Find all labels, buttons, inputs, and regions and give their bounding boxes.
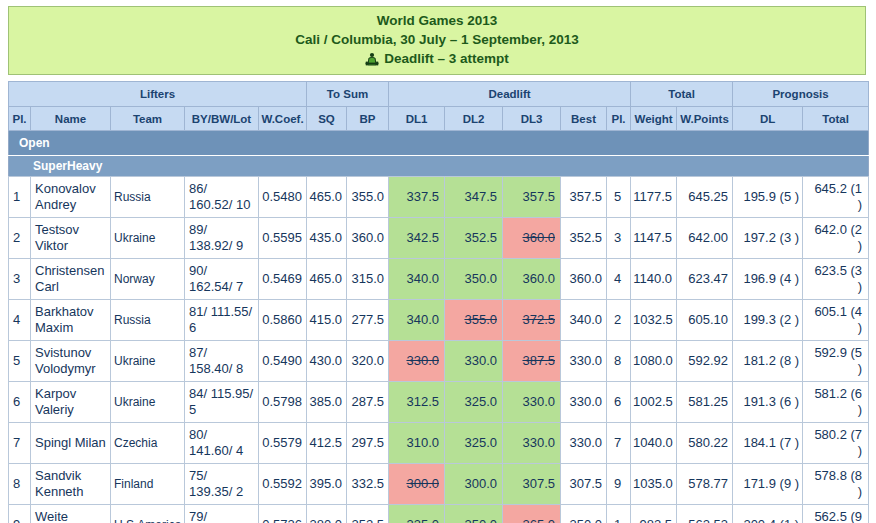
cell-dl1-fail: 330.0	[389, 341, 445, 382]
cell-dl3-fail: 360.0	[503, 218, 561, 259]
page: World Games 2013 Cali / Columbia, 30 Jul…	[0, 0, 876, 523]
cell-dl1-good: 312.5	[389, 382, 445, 423]
cell-dl1-good: 342.5	[389, 218, 445, 259]
cell-best: 360.0	[561, 259, 607, 300]
cell-dl2-good: 330.0	[445, 341, 503, 382]
group-header-row: LiftersTo SumDeadliftTotalPrognosis	[9, 82, 869, 107]
column-header-3-by-bw-lot: BY/BW/Lot	[185, 107, 259, 131]
cell-pl: 2	[9, 218, 31, 259]
cell-bp: 332.5	[347, 464, 389, 505]
cell-pl-dl: 1	[607, 505, 631, 523]
cell-w-coef: 0.5579	[259, 423, 307, 464]
cell-dl3-good: 307.5	[503, 464, 561, 505]
column-header-2-team: Team	[111, 107, 185, 131]
cell-weight: 982.5	[631, 505, 677, 523]
cell-team: U.S.America	[111, 505, 185, 523]
cell-by-bw-lot: 86/ 160.52/ 10	[185, 177, 259, 218]
cell-prog-dl: 181.2 (8 )	[733, 341, 803, 382]
cell-best: 357.5	[561, 177, 607, 218]
cell-dl2-fail: 355.0	[445, 300, 503, 341]
cell-bp: 320.0	[347, 341, 389, 382]
cell-w-coef: 0.5798	[259, 382, 307, 423]
cell-by-bw-lot: 79/ 122.25/ 3	[185, 505, 259, 523]
column-header-7-dl1: DL1	[389, 107, 445, 131]
cell-sq: 385.0	[307, 382, 347, 423]
column-header-13-w-points: W.Points	[677, 107, 733, 131]
group-header-deadlift: Deadlift	[389, 82, 631, 107]
cell-w-coef: 0.5595	[259, 218, 307, 259]
cell-pl: 3	[9, 259, 31, 300]
cell-weight: 1035.0	[631, 464, 677, 505]
cell-prog-total: 562.5 (9 )	[803, 505, 869, 523]
cell-pl: 1	[9, 177, 31, 218]
cell-w-points: 623.47	[677, 259, 733, 300]
cell-w-coef: 0.5592	[259, 464, 307, 505]
cell-bp: 277.5	[347, 300, 389, 341]
column-header-6-bp: BP	[347, 107, 389, 131]
cell-w-coef: 0.5490	[259, 341, 307, 382]
cell-prog-dl: 171.9 (9 )	[733, 464, 803, 505]
cell-w-points: 592.92	[677, 341, 733, 382]
lifter-row: 4Barkhatov MaximRussia81/ 111.55/ 60.586…	[9, 300, 869, 341]
cell-w-points: 605.10	[677, 300, 733, 341]
cell-w-points: 580.22	[677, 423, 733, 464]
cell-by-bw-lot: 75/ 139.35/ 2	[185, 464, 259, 505]
cell-sq: 435.0	[307, 218, 347, 259]
cell-name: Weite Nicholas	[31, 505, 111, 523]
cell-best: 352.5	[561, 218, 607, 259]
column-header-1-name: Name	[31, 107, 111, 131]
cell-dl2-good: 352.5	[445, 218, 503, 259]
cell-team: Finland	[111, 464, 185, 505]
cell-prog-total: 623.5 (3 )	[803, 259, 869, 300]
cell-bp: 360.0	[347, 218, 389, 259]
cell-best: 350.0	[561, 505, 607, 523]
cell-prog-dl: 195.9 (5 )	[733, 177, 803, 218]
cell-prog-dl: 199.3 (2 )	[733, 300, 803, 341]
cell-pl: 6	[9, 382, 31, 423]
cell-prog-dl: 197.2 (3 )	[733, 218, 803, 259]
cell-pl-dl: 2	[607, 300, 631, 341]
cell-name: Sandvik Kenneth	[31, 464, 111, 505]
lifter-row: 5Svistunov VolodymyrUkraine87/ 158.40/ 8…	[9, 341, 869, 382]
cell-bp: 355.0	[347, 177, 389, 218]
cell-prog-dl: 200.4 (1 )	[733, 505, 803, 523]
cell-best: 330.0	[561, 423, 607, 464]
cell-w-coef: 0.5480	[259, 177, 307, 218]
competition-title: World Games 2013	[9, 11, 865, 30]
competition-header: World Games 2013 Cali / Columbia, 30 Jul…	[8, 6, 866, 75]
cell-pl: 7	[9, 423, 31, 464]
cell-team: Czechia	[111, 423, 185, 464]
cell-prog-total: 592.9 (5 )	[803, 341, 869, 382]
cell-prog-total: 642.0 (2 )	[803, 218, 869, 259]
section-band-superheavy: SuperHeavy	[9, 156, 869, 177]
competition-location-dates: Cali / Columbia, 30 July – 1 September, …	[9, 30, 865, 49]
event-line: Deadlift – 3 attempt	[9, 49, 865, 68]
column-header-15-total: Total	[803, 107, 869, 131]
group-header-prognosis: Prognosis	[733, 82, 869, 107]
section-superheavy-label: SuperHeavy	[9, 156, 869, 177]
cell-w-coef: 0.5860	[259, 300, 307, 341]
cell-best: 330.0	[561, 382, 607, 423]
cell-dl1-good: 340.0	[389, 300, 445, 341]
cell-team: Ukraine	[111, 341, 185, 382]
cell-dl1-good: 310.0	[389, 423, 445, 464]
cell-dl2-good: 325.0	[445, 382, 503, 423]
cell-sq: 395.0	[307, 464, 347, 505]
cell-by-bw-lot: 89/ 138.92/ 9	[185, 218, 259, 259]
cell-prog-total: 578.8 (8 )	[803, 464, 869, 505]
column-header-9-dl3: DL3	[503, 107, 561, 131]
cell-pl-dl: 5	[607, 177, 631, 218]
cell-pl: 8	[9, 464, 31, 505]
cell-weight: 1140.0	[631, 259, 677, 300]
cell-dl2-good: 350.0	[445, 259, 503, 300]
cell-w-points: 581.25	[677, 382, 733, 423]
section-open-label: Open	[9, 131, 869, 156]
cell-bp: 287.5	[347, 382, 389, 423]
lifter-row: 9Weite NicholasU.S.America79/ 122.25/ 30…	[9, 505, 869, 523]
cell-dl1-good: 340.0	[389, 259, 445, 300]
cell-bp: 297.5	[347, 423, 389, 464]
cell-w-points: 578.77	[677, 464, 733, 505]
column-header-14-dl: DL	[733, 107, 803, 131]
cell-dl2-good: 350.0	[445, 505, 503, 523]
cell-pl-dl: 6	[607, 382, 631, 423]
